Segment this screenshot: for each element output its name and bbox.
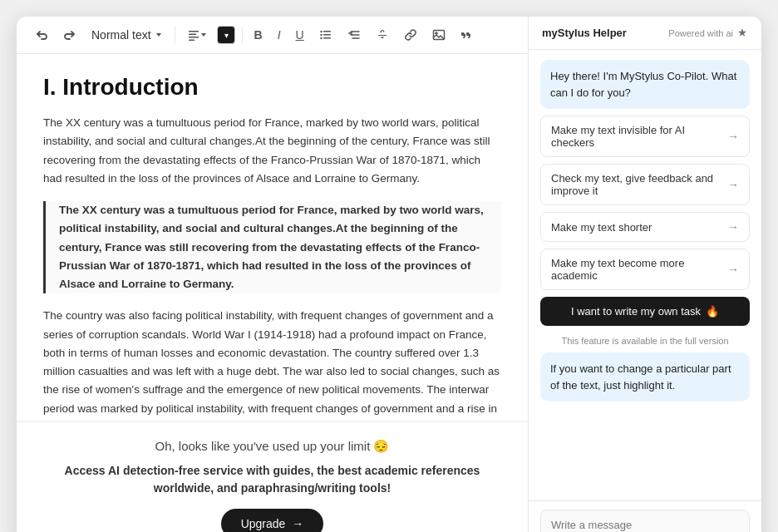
svg-point-4 [320,31,322,32]
outdent-button[interactable] [342,25,366,45]
app-container: Normal text B I U [17,17,761,532]
paragraph-1: The XX century was a tumultuous period f… [43,114,501,188]
unordered-list-button[interactable] [314,25,337,45]
editor-content[interactable]: I. Introduction The XX century was a tum… [17,54,528,421]
assistant-header: myStylus Helper Powered with ai [529,17,761,50]
custom-task-label: I want to write my own task [571,305,701,318]
svg-point-6 [320,34,322,36]
suggestion-shorter[interactable]: Make my text shorter → [540,212,750,242]
text-color-button[interactable] [217,26,235,44]
svg-point-11 [436,32,437,34]
toolbar-divider-1 [175,27,175,43]
custom-task-button[interactable]: I want to write my own task 🔥 [540,297,750,326]
assistant-input-area [529,500,761,532]
fire-emoji: 🔥 [706,305,719,318]
link-button[interactable] [399,25,422,45]
editor-panel: Normal text B I U [17,17,529,532]
underline-button[interactable]: U [291,25,309,45]
redo-button[interactable] [58,25,81,45]
text-align-button[interactable] [182,25,212,45]
paragraph-2: The country was also facing political in… [43,307,501,421]
svg-rect-0 [189,31,199,32]
suggestion-4-arrow-icon: → [727,263,739,276]
image-button[interactable] [427,25,451,45]
upgrade-label: Upgrade [241,517,286,530]
limit-text: Oh, looks like you've used up your limit… [43,439,501,454]
undo-button[interactable] [30,25,53,45]
svg-rect-2 [189,37,199,38]
document-title: I. Introduction [43,74,501,101]
suggestion-academic[interactable]: Make my text become more academic → [540,249,750,290]
toolbar-divider-2 [242,27,243,43]
assistant-messages: Hey there! I'm MyStylus Co-Pilot. What c… [529,50,761,500]
suggestion-3-label: Make my text shorter [551,221,652,234]
svg-point-8 [320,37,322,39]
feature-note: This feature is available in the full ve… [540,336,750,346]
message-input[interactable] [540,510,750,532]
suggestion-3-arrow-icon: → [727,220,739,234]
strikethrough-button[interactable] [371,25,394,45]
upgrade-arrow-icon: → [292,517,303,530]
suggestion-1-label: Make my text invisible for AI checkers [551,124,727,149]
quote-button[interactable] [455,25,479,45]
svg-rect-5 [323,31,331,32]
upgrade-button[interactable]: Upgrade → [221,509,324,532]
suggestion-1-arrow-icon: → [727,130,739,143]
svg-rect-1 [189,34,196,36]
svg-rect-9 [323,37,331,39]
blockquote-text: The XX century was a tumultuous period f… [59,201,501,293]
limit-subtext: Access AI detection-free service with gu… [43,462,501,497]
assistant-title: myStylus Helper [542,27,627,39]
text-style-select[interactable]: Normal text [86,25,168,45]
toolbar: Normal text B I U [17,17,528,54]
italic-button[interactable]: I [273,25,286,45]
blockquote: The XX century was a tumultuous period f… [43,201,501,293]
suggestion-2-label: Check my text, give feedback and improve… [551,172,727,197]
suggestion-feedback[interactable]: Check my text, give feedback and improve… [540,164,750,205]
greeting-bubble: Hey there! I'm MyStylus Co-Pilot. What c… [540,60,750,109]
svg-rect-3 [189,40,194,42]
suggestion-4-label: Make my text become more academic [551,257,727,282]
limit-notice: Oh, looks like you've used up your limit… [17,421,528,532]
powered-by-label: Powered with ai [668,27,748,39]
suggestion-2-arrow-icon: → [727,178,739,191]
highlight-tip-bubble: If you want to change a particular part … [540,352,750,401]
bold-button[interactable]: B [249,25,268,45]
suggestion-invisible-checkers[interactable]: Make my text invisible for AI checkers → [540,116,750,157]
assistant-panel: myStylus Helper Powered with ai Hey ther… [529,17,761,532]
svg-rect-7 [323,34,331,36]
